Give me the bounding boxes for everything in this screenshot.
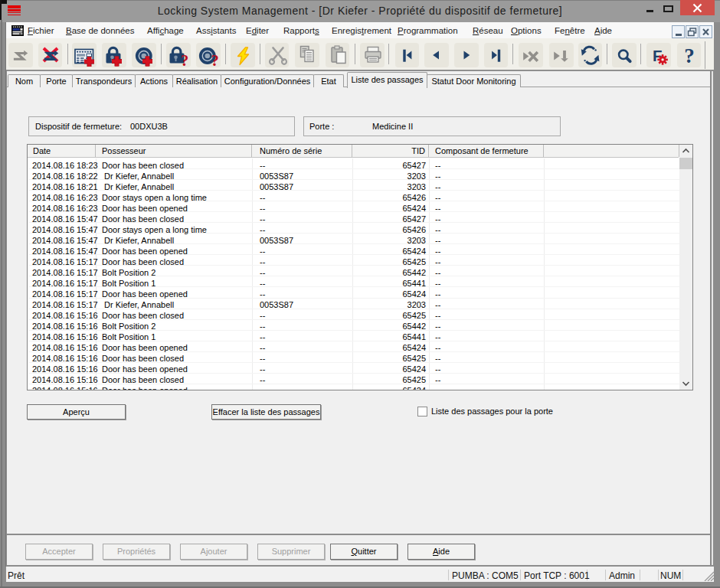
svg-text:?: ?: [684, 44, 695, 67]
svg-text:?: ?: [211, 51, 218, 67]
svg-text:?: ?: [181, 51, 188, 67]
